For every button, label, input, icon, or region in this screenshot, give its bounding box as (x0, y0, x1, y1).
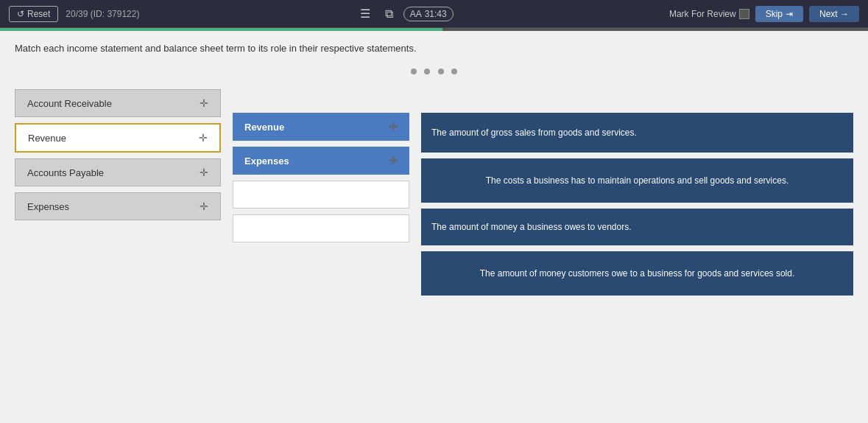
reset-label: Reset (27, 9, 50, 19)
bookmark-icon-button[interactable]: ⧉ (381, 6, 398, 22)
term-account-receivable[interactable]: Account Receivable ✛ (15, 89, 221, 117)
top-bar-right: Mark For Review Skip ⇥ Next → (669, 6, 859, 22)
dropzone-1-icon: ✛ (389, 121, 398, 133)
top-bar: ↺ Reset 20/39 (ID: 379122) ☰ ⧉ AA 31:43 … (0, 0, 868, 28)
dot-2 (424, 69, 430, 74)
skip-icon: ⇥ (786, 9, 793, 19)
reset-button[interactable]: ↺ Reset (9, 6, 58, 22)
instruction-text: Match each income statement and balance … (15, 43, 853, 54)
term-revenue[interactable]: Revenue ✛ (15, 123, 221, 153)
top-bar-center: ☰ ⧉ AA 31:43 (356, 5, 454, 22)
dropzone-2-label: Expenses (244, 155, 289, 167)
definition-3: The amount of money a business owes to v… (421, 209, 853, 245)
progress-bar-fill (0, 28, 442, 31)
dropzone-4[interactable] (233, 214, 409, 242)
move-icon-expenses: ✛ (200, 200, 208, 212)
definition-2-text: The costs a business has to maintain ope… (486, 174, 789, 187)
progress-bar-container (0, 28, 868, 31)
definition-2: The costs a business has to maintain ope… (421, 158, 853, 203)
term-expenses-label: Expenses (27, 201, 69, 212)
skip-button[interactable]: Skip ⇥ (755, 6, 803, 22)
definition-1: The amount of gross sales from goods and… (421, 113, 853, 153)
definition-4: The amount of money customers owe to a b… (421, 251, 853, 296)
next-label: Next → (819, 9, 849, 19)
move-icon-revenue: ✛ (199, 132, 208, 144)
exercise-area: Account Receivable ✛ Revenue ✛ Accounts … (15, 89, 853, 296)
move-icon: ✛ (200, 97, 208, 109)
question-id: 20/39 (ID: 379122) (66, 9, 139, 19)
main-content: Match each income statement and balance … (0, 31, 868, 423)
definition-3-text: The amount of money a business owes to v… (431, 220, 631, 234)
definitions-column: The amount of gross sales from goods and… (421, 113, 853, 296)
skip-label: Skip (766, 9, 783, 19)
aa-label: AA (410, 9, 422, 19)
dot-4 (451, 69, 457, 74)
dropzone-2-icon: ✛ (389, 155, 398, 167)
reset-icon: ↺ (17, 9, 24, 19)
definition-1-text: The amount of gross sales from goods and… (431, 126, 637, 139)
next-button[interactable]: Next → (809, 6, 859, 22)
dropzone-2[interactable]: Expenses ✛ (233, 147, 409, 175)
term-revenue-label: Revenue (28, 133, 66, 144)
timer: 31:43 (425, 9, 447, 19)
term-expenses[interactable]: Expenses ✛ (15, 192, 221, 220)
term-account-receivable-label: Account Receivable (27, 98, 112, 109)
move-icon-payable: ✛ (200, 167, 208, 178)
dropzone-1[interactable]: Revenue ✛ (233, 113, 409, 141)
term-accounts-payable-label: Accounts Payable (27, 167, 104, 178)
terms-column: Account Receivable ✛ Revenue ✛ Accounts … (15, 89, 221, 220)
dot-1 (411, 69, 417, 74)
term-accounts-payable[interactable]: Accounts Payable ✛ (15, 158, 221, 186)
dropzone-1-label: Revenue (244, 122, 284, 133)
dropzone-column: Revenue ✛ Expenses ✛ (233, 113, 409, 242)
mark-review-label: Mark For Review (669, 9, 749, 19)
dropzone-3[interactable] (233, 181, 409, 209)
definition-4-text: The amount of money customers owe to a b… (480, 267, 795, 280)
list-icon-button[interactable]: ☰ (356, 5, 375, 22)
mark-review-checkbox[interactable] (739, 9, 749, 19)
aa-badge: AA 31:43 (403, 7, 454, 21)
dots-row (15, 64, 853, 77)
top-bar-left: ↺ Reset 20/39 (ID: 379122) (9, 6, 139, 22)
dot-3 (438, 69, 444, 74)
